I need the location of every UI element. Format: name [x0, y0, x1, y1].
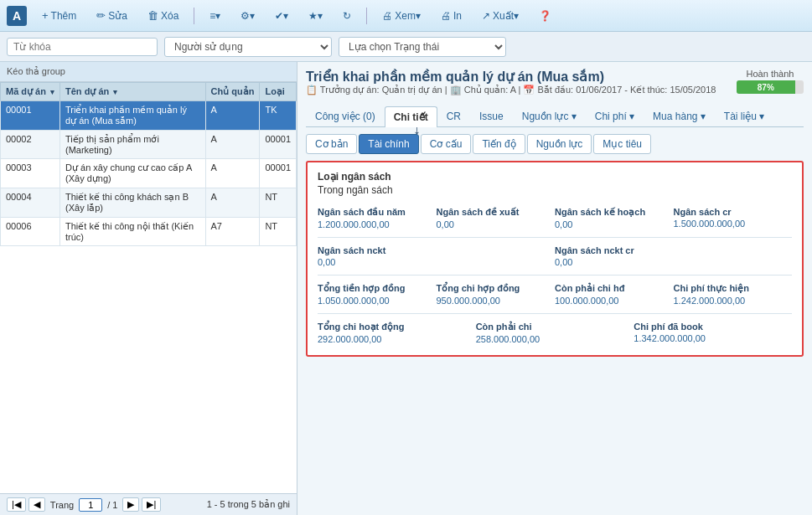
plus-icon: +	[42, 9, 49, 22]
cell-owner: A7	[205, 218, 260, 246]
link-icon: ⚙▾	[240, 10, 255, 22]
budget-row2: Ngân sách nckt 0,00 Ngân sách nckt cr 0,…	[318, 243, 792, 270]
completion-badge: Hoàn thành 87%	[737, 69, 804, 94]
budget-cell-label: Tổng chi hoạt động	[318, 322, 476, 332]
menu-icon: ≡▾	[209, 10, 220, 22]
tab-nguon-luc[interactable]: Nguồn lực ▾	[513, 106, 586, 126]
xuat-button[interactable]: ↗ Xuất▾	[477, 8, 524, 23]
help-icon: ❓	[539, 10, 551, 22]
project-table-wrapper[interactable]: Mã dự án ▾ Tên dự án ▾ Chủ quản Loại 000…	[0, 82, 297, 493]
tab-issue[interactable]: Issue	[470, 106, 513, 126]
budget-cell-value: 1.200.000.000,00	[318, 219, 437, 229]
budget-cell: Ngân sách nckt cr 0,00	[555, 243, 792, 270]
cell-type: 00001	[260, 159, 297, 188]
subtab-nguon-luc[interactable]: Nguồn lực	[527, 134, 592, 154]
main-content: Kéo thả group Mã dự án ▾ Tên dự án ▾ Chủ…	[0, 62, 812, 515]
divider-3	[318, 313, 792, 314]
cell-id: 00006	[1, 218, 60, 246]
tab-cong-viec[interactable]: Công việc (0)	[306, 106, 385, 126]
budget-cell-value: 1.242.000.000,00	[674, 296, 793, 306]
table-row[interactable]: 00001 Triển khai phần mềm quản lý dự án …	[1, 101, 297, 131]
toolbar: A + Thêm ✏ Sửa 🗑 Xóa ≡▾ ⚙▾ ✔▾ ★▾ ↻ 🖨 Xem…	[0, 0, 812, 32]
check-button[interactable]: ✔▾	[270, 8, 293, 23]
separator-1	[194, 8, 194, 24]
first-page-button[interactable]: |◀	[7, 497, 26, 512]
col-chu-quan[interactable]: Chủ quản	[205, 83, 260, 101]
xem-button[interactable]: 🖨 Xem▾	[377, 8, 426, 23]
budget-sub-title: Trong ngân sách	[318, 184, 792, 196]
refresh-icon: ↻	[343, 10, 351, 22]
search-input[interactable]	[7, 38, 158, 56]
cell-owner: A	[205, 101, 260, 131]
prev-page-button[interactable]: ◀	[28, 497, 45, 512]
xoa-button[interactable]: 🗑 Xóa	[142, 8, 184, 23]
budget-cell-label: Chi phí thực hiện	[674, 283, 793, 294]
table-row[interactable]: 00004 Thiết kế thi công khách sạn B (Xây…	[1, 188, 297, 218]
last-page-button[interactable]: ▶|	[142, 497, 161, 512]
next-page-button[interactable]: ▶	[122, 497, 139, 512]
budget-cell-label: Ngân sách đề xuất	[437, 207, 556, 218]
table-row[interactable]: 00002 Tiếp thị sản phẩm mới (Marketing) …	[1, 131, 297, 159]
budget-cell-value: 950.000.000,00	[437, 296, 556, 306]
subtab-muc-tieu[interactable]: Mục tiêu	[593, 134, 651, 154]
budget-row1: Ngân sách đầu năm 1.200.000.000,00 Ngân …	[318, 204, 792, 232]
budget-cell: Tổng tiền hợp đồng 1.050.000.000,00	[318, 281, 437, 308]
page-number-input[interactable]	[79, 498, 102, 512]
budget-cell-label: Tổng tiền hợp đồng	[318, 283, 437, 294]
print-preview-icon: 🖨	[382, 10, 392, 22]
col-ma-du-an[interactable]: Mã dự án ▾	[1, 83, 60, 101]
divider-2	[318, 275, 792, 276]
tab-tai-lieu[interactable]: Tài liệu ▾	[715, 106, 773, 126]
subtab-tai-chinh[interactable]: Tài chính	[359, 134, 418, 154]
star-button[interactable]: ★▾	[303, 8, 328, 23]
budget-cell-label: Tổng chi hợp đồng	[437, 283, 556, 294]
budget-row3: Tổng tiền hợp đồng 1.050.000.000,00 Tổng…	[318, 281, 792, 308]
budget-section: Loại ngân sách Trong ngân sách Ngân sách…	[306, 161, 804, 357]
table-row[interactable]: 00006 Thiết kế thi công nội thất (Kiến t…	[1, 218, 297, 246]
menu-button[interactable]: ≡▾	[204, 8, 225, 23]
col-ten-du-an[interactable]: Tên dự án ▾	[60, 83, 206, 101]
delete-icon: 🗑	[147, 9, 158, 22]
project-title-block: Triển khai phần mềm quản lý dự án (Mua s…	[306, 69, 722, 102]
user-select[interactable]: Người sử dụng	[164, 37, 332, 57]
filter-icon-ten: ▾	[113, 88, 117, 96]
in-button[interactable]: 🖨 In	[436, 8, 467, 23]
completion-label: Hoàn thành	[737, 69, 804, 79]
tab-mua-hang[interactable]: Mua hàng ▾	[644, 106, 715, 126]
project-table: Mã dự án ▾ Tên dự án ▾ Chủ quản Loại 000…	[0, 82, 297, 246]
tabs-row: Công việc (0)Chi tiếtCRIssueNguồn lực ▾C…	[306, 106, 804, 127]
tab-chi-tiet[interactable]: Chi tiết	[385, 106, 437, 127]
cell-id: 00004	[1, 188, 60, 218]
subtab-tien-do[interactable]: Tiến độ	[473, 134, 525, 154]
link-button[interactable]: ⚙▾	[235, 8, 260, 23]
cell-owner: A	[205, 188, 260, 218]
help-button[interactable]: ❓	[534, 8, 556, 23]
left-panel-header: Kéo thả group	[0, 62, 297, 82]
budget-cell-value: 0,00	[318, 257, 555, 267]
project-header-row: Triển khai phần mềm quản lý dự án (Mua s…	[306, 69, 804, 102]
filter-icon-ma: ▾	[50, 88, 54, 96]
refresh-button[interactable]: ↻	[338, 8, 356, 23]
budget-cell-label: Còn phải chi hđ	[555, 283, 674, 294]
print-icon: 🖨	[441, 10, 451, 22]
searchbar: Người sử dụng Lựa chọn Trạng thái	[0, 32, 812, 62]
project-meta: 📋 Trưởng dự án: Quản trị dự án | 🏢 Chủ q…	[306, 85, 722, 95]
cell-name: Dự án xây chung cư cao cấp A (Xây dựng)	[60, 159, 206, 188]
budget-cell-label: Ngân sách cr	[674, 207, 793, 217]
left-panel: Kéo thả group Mã dự án ▾ Tên dự án ▾ Chủ…	[0, 62, 297, 515]
status-select[interactable]: Lựa chọn Trạng thái	[339, 37, 506, 57]
subtab-co-cau[interactable]: Cơ cấu	[421, 134, 472, 154]
them-button[interactable]: + Thêm	[37, 8, 81, 23]
tab-cr[interactable]: CR	[437, 106, 470, 126]
tab-chi-phi[interactable]: Chi phí ▾	[586, 106, 644, 126]
col-loai[interactable]: Loại	[260, 83, 297, 101]
budget-cell-value: 0,00	[555, 219, 674, 229]
budget-cell-value: 1.500.000.000,00	[674, 219, 793, 229]
subtabs-row: ↓ Cơ bảnTài chínhCơ cấuTiến độNguồn lựcM…	[306, 134, 804, 154]
page-label: Trang	[50, 500, 74, 510]
cell-name: Thiết kế thi công khách sạn B (Xây lắp)	[60, 188, 206, 218]
completion-bar: 87%	[737, 80, 804, 94]
subtab-co-ban[interactable]: Cơ bản	[306, 134, 357, 154]
table-row[interactable]: 00003 Dự án xây chung cư cao cấp A (Xây …	[1, 159, 297, 188]
sua-button[interactable]: ✏ Sửa	[91, 8, 132, 23]
